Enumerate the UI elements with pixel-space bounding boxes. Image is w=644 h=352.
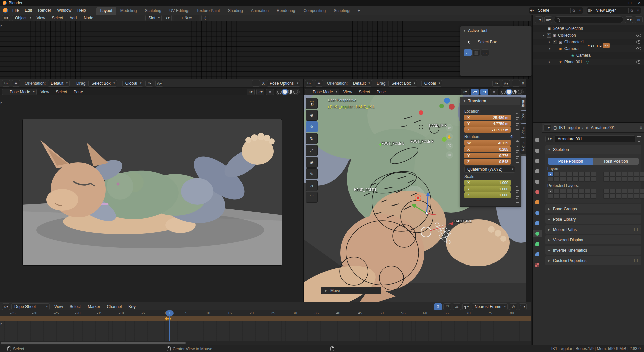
menu-item[interactable]: Channel — [104, 304, 125, 309]
location-field[interactable]: X-25.489 m — [464, 115, 511, 120]
gizmo-move-icon[interactable]: ✥ — [12, 80, 20, 87]
pin-icon[interactable]: ⟠ — [201, 15, 209, 21]
properties-tab[interactable] — [533, 230, 542, 237]
gizmos-icon[interactable]: ↗▾ — [471, 89, 479, 95]
select-mode-subtract-icon[interactable]: ⬚ — [481, 49, 489, 56]
snap-select[interactable]: Nearest Frame — [472, 303, 508, 310]
expand-icon[interactable]: ▼ — [548, 48, 551, 50]
properties-tab[interactable] — [533, 147, 542, 154]
transform-space-select[interactable]: Global — [122, 80, 144, 87]
rotation-field[interactable]: X-0.285 — [464, 146, 511, 152]
show-hidden-icon[interactable]: ⬚ — [443, 303, 451, 310]
proportional-edit-icon[interactable]: ◎▾ — [155, 80, 163, 87]
camera-view-icon[interactable]: ⌘ — [446, 142, 453, 150]
npanel-tab[interactable]: View — [520, 124, 526, 137]
breadcrumb-data[interactable]: Armature.001 — [591, 125, 615, 130]
workspace-tab[interactable]: Sculpting — [141, 7, 165, 15]
minimize-button[interactable]: ─ — [616, 0, 625, 6]
falloff-curve-icon[interactable]: ⌒▾ — [519, 303, 527, 310]
pose-breakdowner-tool[interactable]: ⌒ — [306, 192, 318, 203]
collapse-icon[interactable]: ▼ — [463, 29, 466, 32]
scale-tool[interactable]: ⤢ — [306, 145, 318, 156]
menu-item[interactable]: View — [37, 90, 53, 94]
rotation-field[interactable]: Y0.776 — [464, 153, 511, 158]
rotation-mode-select[interactable]: Quaternion (WXYZ) — [464, 166, 515, 173]
lock-icon[interactable] — [516, 127, 519, 130]
workspace-tab[interactable]: UV Editing — [165, 7, 193, 15]
properties-tab[interactable] — [533, 209, 542, 217]
filter-icon[interactable]: ▾ — [625, 16, 633, 23]
drag-handle-icon[interactable]: ⋮⋮ — [512, 100, 518, 103]
show-overlays-icon[interactable]: ◌▾ — [461, 89, 469, 95]
properties-editor-icon[interactable]: ☰▾ — [543, 124, 551, 131]
menu-item[interactable]: Node — [80, 16, 97, 20]
bone-label[interactable]: FOOT_POLE.L — [381, 142, 404, 145]
scale-field[interactable]: Z1.000 — [464, 192, 511, 198]
close-button[interactable]: ✕ — [635, 0, 644, 6]
proportional-edit-icon[interactable]: ◎ — [509, 303, 517, 310]
workspace-tab[interactable]: Animation — [247, 7, 273, 15]
show-errors-icon[interactable]: ⚠ — [453, 303, 461, 310]
cursor-tool[interactable]: ⊕ — [306, 110, 318, 121]
expand-icon[interactable]: ▶ — [548, 41, 551, 43]
expand-icon[interactable]: ▼ — [542, 34, 545, 37]
transform-space-select[interactable]: Global — [421, 80, 442, 87]
lock-icon[interactable] — [516, 154, 519, 157]
dope-scrollbar[interactable] — [0, 341, 531, 345]
bone-label[interactable]: HAND_IK.R — [429, 124, 447, 127]
rest-position-button[interactable]: Rest Position — [593, 158, 639, 165]
collapsed-panel[interactable]: ► Motion Paths ⋮⋮ — [545, 225, 641, 234]
workspace-tab[interactable]: + — [354, 7, 364, 15]
xray-toggle-icon[interactable]: ⧈ — [490, 89, 498, 95]
properties-tab[interactable] — [533, 178, 542, 185]
rotate-tool[interactable]: ↻ — [306, 133, 318, 144]
toolbar-pullout-icon[interactable]: ▸ — [1, 101, 2, 104]
rotation-field[interactable]: Z-0.548 — [464, 159, 511, 165]
lock-icon[interactable] — [516, 200, 519, 203]
select-mode-new-icon[interactable]: ⬚ — [464, 49, 472, 56]
scrollbar-thumb[interactable] — [1, 342, 186, 344]
transform-panel-header[interactable]: ▼ Transform ⋮⋮ — [460, 97, 521, 105]
menu-item[interactable]: File — [9, 6, 22, 15]
lock-icon[interactable] — [516, 121, 519, 124]
mode-select[interactable]: Pose Mode — [2, 89, 37, 95]
view-layer-delete-icon[interactable]: ✕ — [635, 8, 641, 13]
hide-eye-icon[interactable] — [636, 34, 641, 37]
playhead-line[interactable] — [169, 316, 170, 341]
layer-grid-left[interactable] — [548, 172, 596, 182]
options-gizmo-icon[interactable]: ⛶ — [512, 80, 520, 87]
location-field[interactable]: Y-4.7759 m — [464, 121, 511, 127]
bone-label[interactable]: FOOT_POLE.R — [410, 140, 434, 143]
collapsed-panel[interactable]: ► Bone Groups ⋮⋮ — [545, 204, 641, 213]
editor-type-icon[interactable]: ◇▾ — [2, 303, 10, 310]
dope-summary-channel[interactable] — [0, 316, 531, 321]
filter-display-icon[interactable]: ▦▾ — [544, 16, 552, 23]
skeleton-panel-header[interactable]: ▼ Skeleton ⋮⋮ — [545, 145, 641, 154]
properties-tab[interactable] — [533, 168, 542, 175]
scale-field[interactable]: X1.000 — [464, 180, 511, 186]
workspace-tab[interactable]: Modeling — [116, 7, 141, 15]
current-frame-indicator[interactable]: 1 — [166, 310, 174, 316]
menu-item[interactable]: Add — [66, 16, 80, 20]
viewport-left-canvas[interactable]: ▸ — [0, 95, 303, 302]
move-tool[interactable]: ✥ — [306, 121, 318, 132]
breadcrumb-object[interactable]: IK1_regular — [559, 125, 580, 130]
select-box-tool-icon[interactable] — [464, 37, 474, 47]
mode-select[interactable]: Pose Mode — [305, 89, 339, 95]
visibility-checkbox[interactable] — [553, 40, 557, 44]
pose-options-dropdown[interactable]: Pose Options — [267, 80, 300, 87]
outliner-row[interactable]: ◉ Camera — [533, 52, 644, 59]
wireframe-shading-icon[interactable] — [277, 90, 282, 94]
annotate-tool[interactable]: ✎ — [306, 168, 318, 179]
pan-hand-icon[interactable]: ✋ — [446, 133, 453, 140]
solid-shading-icon[interactable] — [283, 90, 287, 94]
outliner-row[interactable]: ▶ ▼ Plane.001 ▽ — [533, 59, 644, 65]
menu-item[interactable]: Window — [54, 6, 74, 15]
properties-tab[interactable] — [533, 251, 542, 258]
properties-tab[interactable] — [533, 240, 542, 248]
show-overlays-icon[interactable]: ◌▾ — [247, 89, 255, 95]
menu-item[interactable]: Select — [53, 90, 70, 94]
display-mode-icon[interactable]: ☰▾ — [535, 16, 543, 23]
slot-select[interactable]: Slot — [145, 15, 162, 21]
armature-id-icon[interactable]: ⋔▾ — [545, 136, 553, 142]
